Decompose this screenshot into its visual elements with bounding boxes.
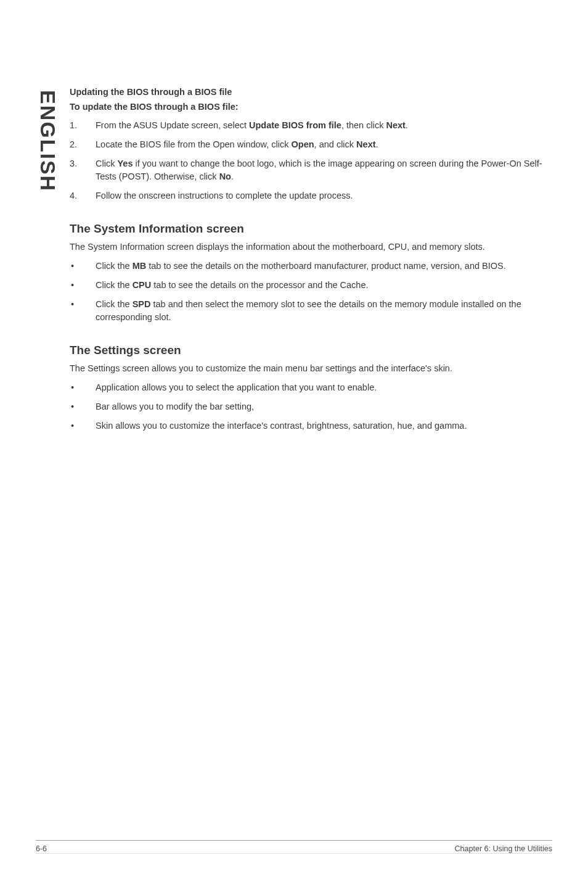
sysinfo-intro: The System Information screen displays t… (70, 241, 550, 254)
settings-item-app: • Application allows you to select the a… (70, 381, 550, 394)
list-body: Click the MB tab to see the details on t… (96, 260, 550, 273)
bullet-icon: • (70, 298, 96, 324)
sysinfo-item-mb: • Click the MB tab to see the details on… (70, 260, 550, 273)
text: Click the (96, 261, 133, 271)
list-body: Click the SPD tab and then select the me… (96, 298, 550, 324)
text: tab and then select the memory slot to s… (96, 299, 521, 322)
sysinfo-item-spd: • Click the SPD tab and then select the … (70, 298, 550, 324)
step-number: 2. (70, 138, 96, 151)
step-body: Locate the BIOS file from the Open windo… (96, 138, 550, 151)
step-number: 1. (70, 119, 96, 132)
text: From the ASUS Update screen, select (96, 120, 249, 130)
bullet-icon: • (70, 419, 96, 432)
bold-text: SPD (133, 299, 151, 309)
sysinfo-heading: The System Information screen (70, 222, 550, 236)
settings-item-bar: • Bar allows you to modify the bar setti… (70, 400, 550, 413)
bold-text: CPU (133, 280, 152, 290)
step-body: Click Yes if you want to change the boot… (96, 157, 550, 183)
text: tab to see the details on the motherboar… (146, 261, 506, 271)
page-content: Updating the BIOS through a BIOS file To… (70, 86, 550, 445)
bullet-icon: • (70, 260, 96, 273)
text: . (406, 120, 408, 130)
step-3: 3. Click Yes if you want to change the b… (70, 157, 550, 183)
settings-intro: The Settings screen allows you to custom… (70, 362, 550, 375)
step-1: 1. From the ASUS Update screen, select U… (70, 119, 550, 132)
text: , and click (314, 139, 357, 149)
list-body: Click the CPU tab to see the details on … (96, 279, 550, 292)
list-body: Application allows you to select the app… (96, 381, 550, 394)
bullet-icon: • (70, 381, 96, 394)
settings-item-skin: • Skin allows you to customize the inter… (70, 419, 550, 432)
bold-text: Open (292, 139, 314, 149)
bold-text: MB (133, 261, 147, 271)
bold-text: Next (356, 139, 375, 149)
text: . (376, 139, 378, 149)
step-body: From the ASUS Update screen, select Upda… (96, 119, 550, 132)
text: if you want to change the boot logo, whi… (96, 159, 542, 181)
bios-file-steps: 1. From the ASUS Update screen, select U… (70, 119, 550, 202)
bios-file-title: Updating the BIOS through a BIOS file (70, 86, 550, 99)
bios-file-subtitle: To update the BIOS through a BIOS file: (70, 101, 550, 113)
step-number: 4. (70, 189, 96, 202)
text: tab to see the details on the processor … (151, 280, 368, 290)
text: Click the (96, 280, 133, 290)
bold-text: No (219, 171, 231, 181)
step-number: 3. (70, 157, 96, 183)
chapter-label: Chapter 6: Using the Utilities (455, 844, 552, 853)
page-number: 6-6 (36, 844, 47, 853)
text: Click (96, 159, 117, 168)
page-footer: 6-6 Chapter 6: Using the Utilities (36, 840, 552, 854)
list-body: Skin allows you to customize the interfa… (96, 419, 550, 432)
text: Locate the BIOS file from the Open windo… (96, 139, 292, 149)
sysinfo-item-cpu: • Click the CPU tab to see the details o… (70, 279, 550, 292)
settings-heading: The Settings screen (70, 344, 550, 357)
bold-text: Yes (117, 159, 133, 168)
text: . (231, 171, 234, 181)
text: Click the (96, 299, 133, 309)
list-body: Bar allows you to modify the bar setting… (96, 400, 550, 413)
step-4: 4. Follow the onscreen instructions to c… (70, 189, 550, 202)
bullet-icon: • (70, 400, 96, 413)
sysinfo-list: • Click the MB tab to see the details on… (70, 260, 550, 324)
text: Follow the onscreen instructions to comp… (96, 191, 353, 200)
bullet-icon: • (70, 279, 96, 292)
bold-text: Update BIOS from file (249, 120, 341, 130)
side-tab-language: ENGLISH (36, 90, 60, 192)
text: , then click (341, 120, 386, 130)
bold-text: Next (386, 120, 405, 130)
settings-list: • Application allows you to select the a… (70, 381, 550, 432)
step-2: 2. Locate the BIOS file from the Open wi… (70, 138, 550, 151)
step-body: Follow the onscreen instructions to comp… (96, 189, 550, 202)
